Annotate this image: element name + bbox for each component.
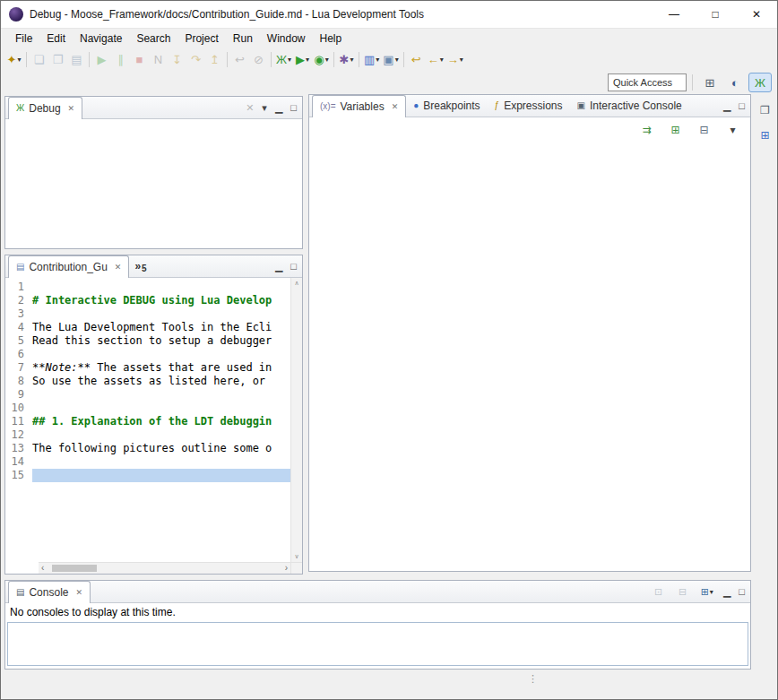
debug-content[interactable]: [5, 119, 302, 248]
debug-perspective-icon[interactable]: Ж: [748, 73, 772, 92]
close-icon[interactable]: ✕: [392, 102, 399, 111]
code-line[interactable]: 14: [5, 455, 290, 469]
drop-to-frame-icon[interactable]: ↩: [230, 49, 249, 69]
minimize-button[interactable]: —: [653, 1, 695, 28]
code-line[interactable]: 5 Read this section to setup a debugger: [5, 334, 290, 348]
debug-icon[interactable]: Ж▾: [274, 49, 293, 69]
scrollbar-thumb[interactable]: [52, 565, 97, 572]
step-into-icon[interactable]: ↧: [168, 49, 186, 69]
editor-hscrollbar[interactable]: ‹ ›: [39, 562, 290, 574]
tab-console[interactable]: ▤ Console ✕: [8, 581, 91, 603]
pin-console-icon[interactable]: ⊡: [651, 583, 667, 601]
save-all-icon[interactable]: ❐: [48, 49, 67, 69]
line-number[interactable]: 10: [5, 402, 32, 415]
tab-expressions[interactable]: ƒ Expressions: [488, 95, 570, 117]
lua-perspective-icon[interactable]: ◐: [723, 73, 747, 92]
code-line[interactable]: 3: [5, 307, 290, 321]
scrollbar-track[interactable]: [47, 563, 281, 574]
use-step-filters-icon[interactable]: ⊘: [249, 49, 268, 69]
close-icon[interactable]: ✕: [68, 104, 75, 113]
code-line[interactable]: 12: [5, 428, 290, 442]
line-number[interactable]: 12: [5, 428, 32, 442]
line-number[interactable]: 4: [5, 321, 32, 334]
last-edit-location-icon[interactable]: ↩: [407, 49, 426, 69]
code-editor[interactable]: 1 2 # Interactive DEBUG using Lua Develo…: [5, 278, 290, 562]
line-number[interactable]: 8: [5, 375, 32, 388]
tab-contribution-guide[interactable]: ▤ Contribution_Gu ✕: [8, 255, 129, 278]
menu-item[interactable]: Window: [260, 30, 313, 48]
resume-icon[interactable]: ▶: [92, 49, 111, 69]
menu-item[interactable]: Run: [226, 30, 260, 48]
hidden-editors-indicator[interactable]: »5: [129, 255, 151, 277]
step-return-icon[interactable]: ↥: [205, 49, 224, 69]
open-perspective-icon[interactable]: ⊞: [698, 73, 722, 92]
quick-access-field[interactable]: Quick Access: [608, 73, 687, 91]
run-icon[interactable]: ▶▾: [293, 49, 312, 69]
step-over-icon[interactable]: ↷: [186, 49, 205, 69]
sash-grip-icon[interactable]: ⋮: [528, 673, 538, 685]
scroll-up-icon[interactable]: ∧: [294, 280, 298, 287]
line-number[interactable]: 13: [5, 442, 32, 455]
collapse-all-icon[interactable]: ⊟: [695, 120, 713, 140]
restore-minimized-view-icon[interactable]: ❐: [756, 101, 775, 119]
remove-all-terminated-icon[interactable]: ✕: [246, 103, 254, 113]
line-number[interactable]: 1: [5, 281, 32, 294]
line-number[interactable]: 11: [5, 415, 32, 428]
close-button[interactable]: ✕: [736, 1, 777, 28]
code-line[interactable]: 4 The Lua Development Tools in the Ecli: [5, 321, 290, 334]
close-icon[interactable]: ✕: [75, 588, 82, 597]
view-menu-icon[interactable]: ▾: [262, 103, 267, 113]
menu-item[interactable]: Project: [177, 30, 225, 48]
scroll-left-icon[interactable]: ‹: [39, 564, 47, 573]
external-tools-icon[interactable]: ✱▾: [337, 49, 356, 69]
code-line[interactable]: 8 So use the assets as listed here, or: [5, 375, 290, 388]
suspend-icon[interactable]: ∥: [111, 49, 130, 69]
code-line[interactable]: 7 **Note:** The assets that are used in: [5, 361, 290, 375]
line-number[interactable]: 6: [5, 348, 32, 361]
menu-item[interactable]: Edit: [39, 30, 73, 48]
show-type-names-icon[interactable]: ⇉: [637, 120, 656, 140]
tab-debug[interactable]: Ж Debug ✕: [8, 97, 82, 119]
maximize-icon[interactable]: □: [739, 101, 745, 111]
line-number[interactable]: 5: [5, 334, 32, 348]
new-wizard-icon[interactable]: ✦▾: [4, 49, 23, 69]
back-icon[interactable]: ←▾: [426, 49, 445, 69]
scroll-down-icon[interactable]: ∨: [294, 553, 298, 560]
menu-item[interactable]: Help: [313, 30, 350, 48]
console-empty-area[interactable]: [7, 622, 748, 666]
open-element-icon[interactable]: ▣▾: [381, 49, 400, 69]
tab-variables[interactable]: (x)= Variables ✕: [312, 95, 406, 117]
code-line[interactable]: 2 # Interactive DEBUG using Lua Develop: [5, 294, 290, 307]
menu-item[interactable]: Search: [129, 30, 177, 48]
open-console-icon[interactable]: ⊞▾: [699, 583, 715, 601]
close-icon[interactable]: ✕: [115, 263, 122, 272]
maximize-icon[interactable]: □: [290, 262, 297, 272]
line-number[interactable]: 3: [5, 307, 32, 321]
tab-interactive-console[interactable]: ▣ Interactive Console: [570, 95, 689, 117]
scroll-right-icon[interactable]: ›: [282, 564, 290, 573]
maximize-icon[interactable]: □: [290, 103, 297, 113]
code-line[interactable]: 10: [5, 402, 290, 415]
tab-breakpoints[interactable]: ● Breakpoints: [406, 95, 487, 117]
code-line[interactable]: 1: [5, 281, 290, 294]
profile-icon[interactable]: ◉▾: [312, 49, 331, 69]
save-icon[interactable]: ❏: [30, 49, 48, 69]
code-line[interactable]: 9: [5, 388, 290, 402]
new-lua-wizard-icon[interactable]: ▥▾: [362, 49, 381, 69]
maximize-icon[interactable]: □: [739, 587, 745, 597]
maximize-button[interactable]: □: [695, 1, 736, 28]
line-number[interactable]: 2: [5, 294, 32, 307]
code-line[interactable]: 11 ## 1. Explanation of the LDT debuggin: [5, 415, 290, 428]
print-icon[interactable]: ▤: [67, 49, 86, 69]
line-number[interactable]: 14: [5, 455, 32, 469]
disconnect-icon[interactable]: N: [149, 49, 168, 69]
code-line[interactable]: 15: [5, 469, 290, 482]
view-menu-icon[interactable]: ▾: [723, 120, 742, 140]
menu-item[interactable]: Navigate: [73, 30, 129, 48]
terminate-icon[interactable]: ■: [130, 49, 149, 69]
line-number[interactable]: 9: [5, 388, 32, 402]
forward-icon[interactable]: →▾: [445, 49, 465, 69]
code-line[interactable]: 6: [5, 348, 290, 361]
variables-content[interactable]: [309, 142, 750, 571]
display-selected-console-icon[interactable]: ⊟: [675, 583, 691, 601]
